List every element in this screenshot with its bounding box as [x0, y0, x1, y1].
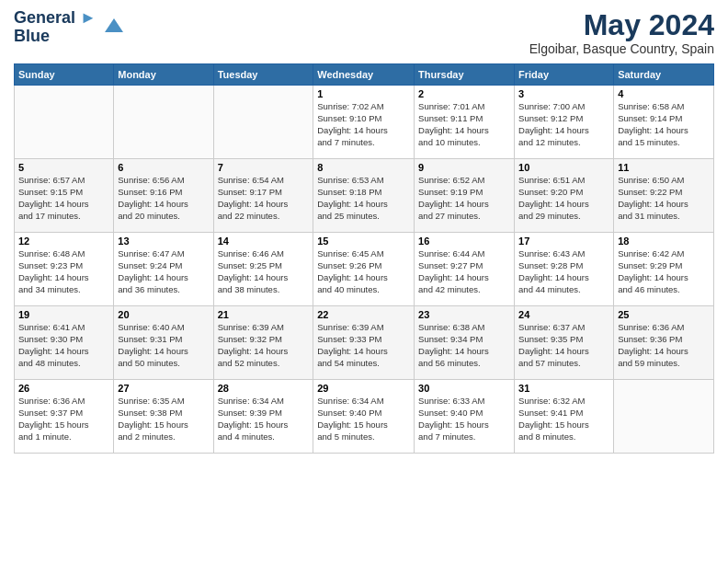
day-number: 2 [418, 88, 510, 99]
day-cell: 3Sunrise: 7:00 AM Sunset: 9:12 PM Daylig… [515, 86, 614, 159]
header: General ► Blue May 2024 Elgoibar, Basque… [14, 9, 714, 56]
day-info: Sunrise: 6:40 AM Sunset: 9:31 PM Dayligh… [118, 322, 209, 369]
day-info: Sunrise: 6:33 AM Sunset: 9:40 PM Dayligh… [418, 396, 510, 442]
day-number: 17 [518, 236, 609, 247]
weekday-header-wednesday: Wednesday [313, 64, 415, 86]
weekday-header-tuesday: Tuesday [213, 64, 313, 86]
day-info: Sunrise: 6:52 AM Sunset: 9:19 PM Dayligh… [418, 175, 510, 222]
day-number: 8 [317, 162, 410, 173]
day-info: Sunrise: 6:42 AM Sunset: 9:29 PM Dayligh… [618, 248, 710, 295]
day-cell: 24Sunrise: 6:37 AM Sunset: 9:35 PM Dayli… [515, 306, 614, 380]
day-cell: 27Sunrise: 6:35 AM Sunset: 9:38 PM Dayli… [114, 380, 213, 454]
day-number: 19 [18, 309, 109, 320]
day-number: 18 [618, 236, 710, 247]
day-number: 3 [518, 88, 609, 99]
day-cell: 20Sunrise: 6:40 AM Sunset: 9:31 PM Dayli… [114, 306, 213, 380]
day-info: Sunrise: 6:32 AM Sunset: 9:41 PM Dayligh… [518, 396, 609, 442]
week-row-5: 26Sunrise: 6:36 AM Sunset: 9:37 PM Dayli… [15, 380, 714, 454]
week-row-2: 5Sunrise: 6:57 AM Sunset: 9:15 PM Daylig… [15, 159, 714, 233]
day-number: 29 [317, 383, 410, 394]
day-number: 25 [618, 309, 710, 320]
day-cell: 11Sunrise: 6:50 AM Sunset: 9:22 PM Dayli… [614, 159, 714, 233]
title-block: May 2024 Elgoibar, Basque Country, Spain [529, 9, 714, 56]
day-cell: 1Sunrise: 7:02 AM Sunset: 9:10 PM Daylig… [313, 86, 415, 159]
day-cell: 16Sunrise: 6:44 AM Sunset: 9:27 PM Dayli… [415, 233, 515, 306]
day-cell: 5Sunrise: 6:57 AM Sunset: 9:15 PM Daylig… [15, 159, 114, 233]
day-number: 7 [218, 162, 310, 173]
day-cell: 2Sunrise: 7:01 AM Sunset: 9:11 PM Daylig… [415, 86, 515, 159]
day-number: 14 [218, 236, 310, 247]
day-info: Sunrise: 6:37 AM Sunset: 9:35 PM Dayligh… [518, 322, 609, 369]
day-cell: 7Sunrise: 6:54 AM Sunset: 9:17 PM Daylig… [213, 159, 313, 233]
week-row-3: 12Sunrise: 6:48 AM Sunset: 9:23 PM Dayli… [15, 233, 714, 306]
day-cell: 10Sunrise: 6:51 AM Sunset: 9:20 PM Dayli… [515, 159, 614, 233]
day-info: Sunrise: 6:39 AM Sunset: 9:33 PM Dayligh… [317, 322, 410, 369]
day-cell: 17Sunrise: 6:43 AM Sunset: 9:28 PM Dayli… [515, 233, 614, 306]
day-number: 15 [317, 236, 410, 247]
day-number: 23 [418, 309, 510, 320]
day-info: Sunrise: 6:44 AM Sunset: 9:27 PM Dayligh… [418, 248, 510, 295]
day-number: 21 [218, 309, 310, 320]
day-info: Sunrise: 6:57 AM Sunset: 9:15 PM Dayligh… [18, 175, 109, 222]
day-cell [213, 86, 313, 159]
day-number: 22 [317, 309, 410, 320]
day-number: 13 [118, 236, 209, 247]
day-info: Sunrise: 6:43 AM Sunset: 9:28 PM Dayligh… [518, 248, 609, 295]
day-info: Sunrise: 6:39 AM Sunset: 9:32 PM Dayligh… [218, 322, 310, 369]
logo-icon [100, 14, 128, 41]
month-year: May 2024 [529, 9, 714, 41]
day-number: 5 [18, 162, 109, 173]
weekday-header-friday: Friday [515, 64, 614, 86]
day-info: Sunrise: 7:00 AM Sunset: 9:12 PM Dayligh… [518, 101, 609, 148]
day-info: Sunrise: 6:48 AM Sunset: 9:23 PM Dayligh… [18, 248, 109, 295]
day-number: 26 [18, 383, 109, 394]
day-cell: 18Sunrise: 6:42 AM Sunset: 9:29 PM Dayli… [614, 233, 714, 306]
weekday-header-sunday: Sunday [15, 64, 114, 86]
weekday-header-monday: Monday [114, 64, 213, 86]
day-number: 12 [18, 236, 109, 247]
day-number: 16 [418, 236, 510, 247]
day-info: Sunrise: 7:01 AM Sunset: 9:11 PM Dayligh… [418, 101, 510, 148]
day-cell: 15Sunrise: 6:45 AM Sunset: 9:26 PM Dayli… [313, 233, 415, 306]
day-cell: 30Sunrise: 6:33 AM Sunset: 9:40 PM Dayli… [415, 380, 515, 454]
day-cell: 19Sunrise: 6:41 AM Sunset: 9:30 PM Dayli… [15, 306, 114, 380]
day-number: 28 [218, 383, 310, 394]
day-cell: 8Sunrise: 6:53 AM Sunset: 9:18 PM Daylig… [313, 159, 415, 233]
day-info: Sunrise: 6:56 AM Sunset: 9:16 PM Dayligh… [118, 175, 209, 222]
day-cell: 22Sunrise: 6:39 AM Sunset: 9:33 PM Dayli… [313, 306, 415, 380]
svg-marker-0 [105, 18, 123, 32]
day-info: Sunrise: 6:35 AM Sunset: 9:38 PM Dayligh… [118, 396, 209, 442]
day-cell: 13Sunrise: 6:47 AM Sunset: 9:24 PM Dayli… [114, 233, 213, 306]
day-number: 30 [418, 383, 510, 394]
day-info: Sunrise: 6:51 AM Sunset: 9:20 PM Dayligh… [518, 175, 609, 222]
day-info: Sunrise: 6:50 AM Sunset: 9:22 PM Dayligh… [618, 175, 710, 222]
day-info: Sunrise: 6:34 AM Sunset: 9:39 PM Dayligh… [218, 396, 310, 442]
day-cell: 25Sunrise: 6:36 AM Sunset: 9:36 PM Dayli… [614, 306, 714, 380]
day-info: Sunrise: 6:46 AM Sunset: 9:25 PM Dayligh… [218, 248, 310, 295]
day-cell: 29Sunrise: 6:34 AM Sunset: 9:40 PM Dayli… [313, 380, 415, 454]
day-number: 20 [118, 309, 209, 320]
logo: General ► Blue [14, 9, 128, 46]
day-number: 24 [518, 309, 609, 320]
day-number: 6 [118, 162, 209, 173]
day-number: 11 [618, 162, 710, 173]
day-cell [114, 86, 213, 159]
day-cell: 4Sunrise: 6:58 AM Sunset: 9:14 PM Daylig… [614, 86, 714, 159]
logo-text: General ► Blue [14, 9, 97, 46]
day-cell: 23Sunrise: 6:38 AM Sunset: 9:34 PM Dayli… [415, 306, 515, 380]
day-info: Sunrise: 6:36 AM Sunset: 9:37 PM Dayligh… [18, 396, 109, 442]
day-cell: 9Sunrise: 6:52 AM Sunset: 9:19 PM Daylig… [415, 159, 515, 233]
day-number: 10 [518, 162, 609, 173]
day-info: Sunrise: 6:45 AM Sunset: 9:26 PM Dayligh… [317, 248, 410, 295]
weekday-header-thursday: Thursday [415, 64, 515, 86]
day-cell: 6Sunrise: 6:56 AM Sunset: 9:16 PM Daylig… [114, 159, 213, 233]
day-cell: 28Sunrise: 6:34 AM Sunset: 9:39 PM Dayli… [213, 380, 313, 454]
day-info: Sunrise: 6:47 AM Sunset: 9:24 PM Dayligh… [118, 248, 209, 295]
day-cell: 12Sunrise: 6:48 AM Sunset: 9:23 PM Dayli… [15, 233, 114, 306]
day-number: 27 [118, 383, 209, 394]
page: General ► Blue May 2024 Elgoibar, Basque… [0, 0, 728, 563]
weekday-header-saturday: Saturday [614, 64, 714, 86]
location: Elgoibar, Basque Country, Spain [529, 41, 714, 56]
day-info: Sunrise: 7:02 AM Sunset: 9:10 PM Dayligh… [317, 101, 410, 148]
day-number: 1 [317, 88, 410, 99]
